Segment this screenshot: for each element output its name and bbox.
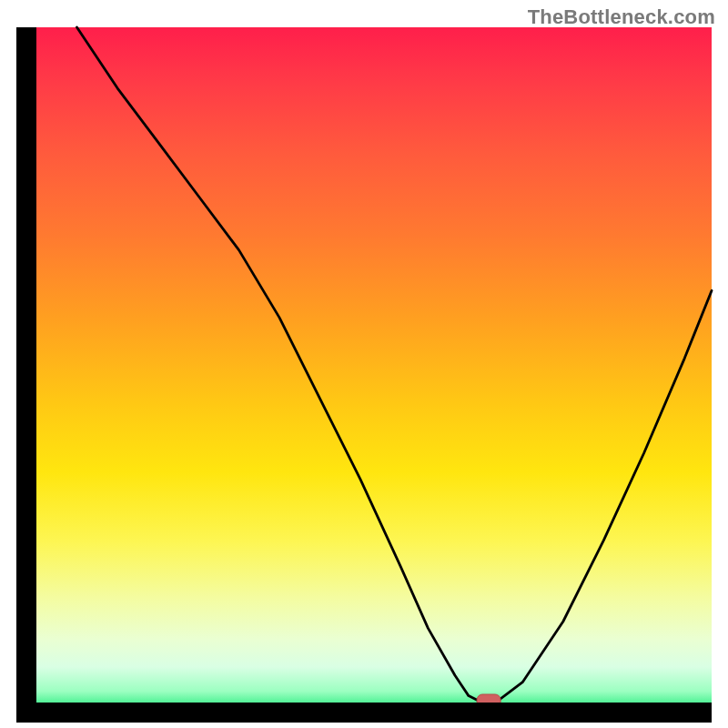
axis-bottom-bar [16, 703, 712, 723]
watermark-text: TheBottleneck.com [528, 5, 715, 29]
axis-left-bar [16, 27, 36, 723]
curve-svg [16, 27, 712, 723]
bottleneck-curve [77, 27, 713, 703]
chart-plot-area [16, 27, 712, 723]
